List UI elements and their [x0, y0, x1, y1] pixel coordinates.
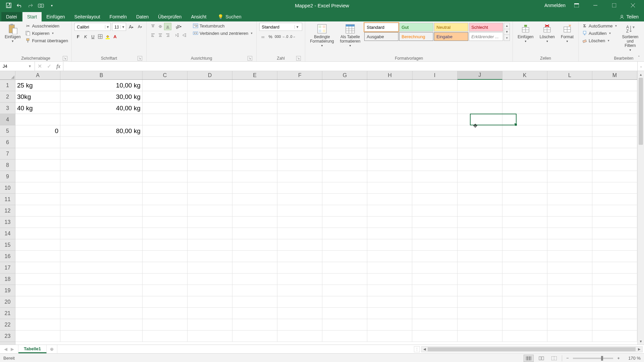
cell-C2[interactable] — [143, 91, 187, 103]
cell-J8[interactable] — [458, 160, 502, 171]
cell-C17[interactable] — [143, 262, 187, 274]
cell-A20[interactable] — [15, 296, 60, 308]
cell-D13[interactable] — [187, 217, 232, 228]
row-header-23[interactable]: 23 — [0, 330, 15, 342]
row-header-8[interactable]: 8 — [0, 160, 15, 171]
cell-L12[interactable] — [547, 205, 592, 217]
tab-einfügen[interactable]: Einfügen — [42, 12, 69, 21]
cell-J11[interactable] — [458, 194, 502, 205]
cell-D17[interactable] — [187, 262, 232, 274]
cell-B8[interactable] — [60, 160, 143, 171]
cell-D5[interactable] — [187, 125, 232, 137]
cell-M17[interactable] — [592, 262, 637, 274]
formula-input[interactable] — [63, 62, 637, 71]
cell-K3[interactable] — [502, 103, 547, 114]
cell-M11[interactable] — [592, 194, 637, 205]
cell-M21[interactable] — [592, 308, 637, 319]
col-header-L[interactable]: L — [547, 71, 592, 79]
cell-J13[interactable] — [458, 217, 502, 228]
bold-button[interactable]: F — [74, 33, 82, 40]
cell-G16[interactable] — [322, 251, 367, 262]
cell-J20[interactable] — [458, 296, 502, 308]
cell-J14[interactable] — [458, 228, 502, 239]
cell-B4[interactable] — [60, 114, 143, 125]
cell-G10[interactable] — [322, 182, 367, 194]
scroll-thumb[interactable] — [639, 78, 643, 145]
cell-J7[interactable] — [458, 148, 502, 160]
row-header-22[interactable]: 22 — [0, 319, 15, 330]
alignment-launcher[interactable]: ↘ — [248, 56, 252, 61]
cell-D19[interactable] — [187, 285, 232, 296]
cell-B21[interactable] — [60, 308, 143, 319]
percent-format-button[interactable]: % — [267, 33, 274, 40]
cell-L17[interactable] — [547, 262, 592, 274]
row-header-14[interactable]: 14 — [0, 228, 15, 239]
cell-H6[interactable] — [367, 137, 412, 148]
align-center-button[interactable] — [157, 32, 164, 39]
cell-K21[interactable] — [502, 308, 547, 319]
cell-M23[interactable] — [592, 330, 637, 342]
vertical-scrollbar[interactable]: ▲ ▼ — [637, 71, 644, 345]
cell-H7[interactable] — [367, 148, 412, 160]
cell-C1[interactable] — [143, 80, 187, 91]
cell-M13[interactable] — [592, 217, 637, 228]
cell-E4[interactable] — [232, 114, 277, 125]
decrease-font-button[interactable]: A▾ — [136, 23, 144, 31]
cell-L22[interactable] — [547, 319, 592, 330]
cell-B16[interactable] — [60, 251, 143, 262]
cell-C3[interactable] — [143, 103, 187, 114]
cell-E8[interactable] — [232, 160, 277, 171]
cell-L7[interactable] — [547, 148, 592, 160]
cell-D21[interactable] — [187, 308, 232, 319]
cell-M10[interactable] — [592, 182, 637, 194]
cell-I10[interactable] — [412, 182, 457, 194]
insert-cells-button[interactable]: Einfügen▼ — [516, 23, 535, 44]
cell-H22[interactable] — [367, 319, 412, 330]
chevron-down-icon[interactable]: ▼ — [27, 64, 33, 68]
cell-F7[interactable] — [277, 148, 322, 160]
cell-C8[interactable] — [143, 160, 187, 171]
cell-J6[interactable] — [458, 137, 502, 148]
page-break-view-button[interactable] — [549, 355, 559, 362]
cell-M6[interactable] — [592, 137, 637, 148]
cell-A4[interactable] — [15, 114, 60, 125]
cell-C15[interactable] — [143, 239, 187, 251]
cell-L20[interactable] — [547, 296, 592, 308]
cell-M16[interactable] — [592, 251, 637, 262]
select-all-corner[interactable] — [0, 71, 15, 80]
cell-I19[interactable] — [412, 285, 457, 296]
gallery-more-button[interactable]: ▾ — [504, 35, 509, 41]
redo-icon[interactable] — [27, 2, 34, 9]
wrap-text-button[interactable]: Textumbruch — [192, 23, 254, 29]
cell-C20[interactable] — [143, 296, 187, 308]
scroll-up-button[interactable]: ▲ — [638, 71, 644, 78]
cell-L21[interactable] — [547, 308, 592, 319]
cell-I5[interactable] — [412, 125, 457, 137]
style-ausgabe[interactable]: Ausgabe — [364, 32, 398, 41]
cell-B17[interactable] — [60, 262, 143, 274]
font-name-input[interactable] — [75, 24, 105, 29]
cell-L3[interactable] — [547, 103, 592, 114]
align-left-button[interactable] — [149, 32, 157, 39]
sort-filter-button[interactable]: AZSortieren und Filtern▼ — [620, 23, 641, 53]
cell-I20[interactable] — [412, 296, 457, 308]
cell-D8[interactable] — [187, 160, 232, 171]
cell-A14[interactable] — [15, 228, 60, 239]
cell-L1[interactable] — [547, 80, 592, 91]
cell-F16[interactable] — [277, 251, 322, 262]
enter-formula-button[interactable]: ✓ — [44, 63, 54, 69]
cell-A22[interactable] — [15, 319, 60, 330]
cell-F5[interactable] — [277, 125, 322, 137]
insert-function-button[interactable]: fx — [54, 63, 63, 69]
align-top-button[interactable] — [149, 23, 157, 30]
cell-L10[interactable] — [547, 182, 592, 194]
cell-M18[interactable] — [592, 274, 637, 285]
cell-E9[interactable] — [232, 171, 277, 182]
tab-seitenlayout[interactable]: Seitenlayout — [70, 12, 105, 21]
cell-D16[interactable] — [187, 251, 232, 262]
cell-A17[interactable] — [15, 262, 60, 274]
cell-B14[interactable] — [60, 228, 143, 239]
orientation-button[interactable]: ab▾ — [173, 23, 183, 30]
row-header-16[interactable]: 16 — [0, 251, 15, 262]
cell-F10[interactable] — [277, 182, 322, 194]
